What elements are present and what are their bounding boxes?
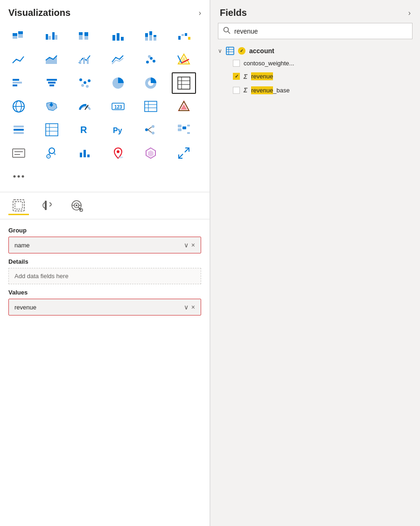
svg-rect-86: [187, 132, 190, 134]
svg-rect-51: [178, 77, 190, 89]
viz-icon-bar-chart-2[interactable]: [73, 142, 97, 164]
svg-point-43: [79, 78, 82, 81]
svg-rect-6: [52, 32, 55, 40]
values-field-chevron[interactable]: ∨: [184, 303, 189, 311]
svg-rect-84: [182, 126, 186, 129]
tab-fields[interactable]: [8, 199, 29, 219]
viz-icon-ellipsis[interactable]: [7, 166, 31, 187]
group-field-zone[interactable]: name ∨ ×: [8, 237, 201, 253]
svg-point-45: [88, 79, 91, 82]
details-placeholder: Add data fields here: [14, 273, 69, 280]
viz-icon-stacked-bar-100[interactable]: [73, 26, 97, 47]
svg-rect-37: [13, 79, 19, 81]
viz-icon-column-chart[interactable]: [106, 26, 130, 47]
svg-rect-40: [47, 79, 57, 81]
details-label: Details: [8, 258, 201, 265]
svg-point-104: [14, 175, 16, 178]
svg-rect-13: [117, 33, 119, 41]
viz-icon-kpi[interactable]: [172, 96, 196, 117]
revenue-base-name: revenue_base: [251, 86, 289, 94]
revenue-base-checkbox[interactable]: [233, 87, 240, 94]
viz-icon-pie[interactable]: [106, 72, 130, 94]
revenue-sigma: Σ: [244, 73, 247, 80]
viz-icon-colored[interactable]: [172, 49, 196, 70]
viz-icon-donut[interactable]: [139, 72, 163, 94]
viz-icon-funnel[interactable]: [40, 72, 64, 94]
viz-icon-line[interactable]: [7, 49, 31, 70]
search-input[interactable]: [234, 28, 407, 35]
viz-icon-ribbon[interactable]: [106, 49, 130, 70]
revenue-base-suffix: _base: [273, 87, 289, 94]
viz-panel-header: Visualizations ›: [0, 0, 210, 22]
viz-icon-decomp-tree[interactable]: [139, 119, 163, 140]
viz-icon-expand[interactable]: [172, 142, 196, 164]
contoso-checkbox[interactable]: [233, 60, 240, 67]
viz-icon-stacked-column[interactable]: [139, 26, 163, 47]
search-box: [218, 23, 413, 39]
viz-icon-stacked-bar[interactable]: [7, 26, 31, 47]
viz-icon-r[interactable]: R: [73, 119, 97, 140]
tab-analytics[interactable]: [66, 199, 87, 219]
svg-rect-9: [79, 35, 83, 40]
svg-text:R: R: [80, 125, 87, 135]
viz-icon-gauge[interactable]: [73, 96, 97, 117]
svg-point-46: [81, 84, 84, 87]
svg-point-99: [118, 156, 123, 158]
viz-icon-card[interactable]: 123: [106, 96, 130, 117]
viz-icon-map-pin[interactable]: [106, 142, 130, 164]
viz-panel-chevron[interactable]: ›: [199, 9, 201, 17]
values-field-close[interactable]: ×: [191, 303, 195, 311]
viz-icon-textbox[interactable]: [7, 142, 31, 164]
field-sections: Group name ∨ × Details Add data fields h…: [0, 219, 210, 526]
svg-rect-20: [154, 37, 156, 41]
svg-rect-82: [178, 125, 182, 127]
group-field-close[interactable]: ×: [191, 241, 195, 249]
viz-icon-scatter[interactable]: [139, 49, 163, 70]
viz-icon-line-clustered[interactable]: [73, 49, 97, 70]
revenue-name[interactable]: revenue: [251, 72, 273, 80]
viz-tabs: [0, 192, 210, 219]
tab-format[interactable]: [37, 199, 58, 219]
viz-icon-matrix[interactable]: [172, 72, 196, 94]
values-field-value: revenue: [14, 304, 36, 311]
sub-field-revenue-base: Σ revenue_base: [233, 83, 413, 97]
viz-icon-slicer[interactable]: [7, 119, 31, 140]
svg-text:Py: Py: [113, 126, 122, 134]
svg-rect-26: [79, 60, 81, 64]
svg-rect-39: [13, 84, 17, 86]
fields-panel-chevron[interactable]: ›: [408, 9, 411, 17]
svg-line-102: [179, 154, 183, 158]
expand-icon[interactable]: ∨: [218, 48, 222, 54]
values-field-zone[interactable]: revenue ∨ ×: [8, 299, 201, 316]
details-field-zone[interactable]: Add data fields here: [8, 268, 201, 284]
viz-icon-python[interactable]: Py: [106, 119, 130, 140]
svg-rect-19: [154, 35, 156, 37]
group-field-chevron[interactable]: ∨: [184, 241, 189, 249]
account-name[interactable]: account: [249, 47, 274, 55]
svg-rect-119: [226, 47, 234, 55]
viz-icon-choropleth[interactable]: [40, 96, 64, 117]
viz-icon-globe[interactable]: [7, 96, 31, 117]
group-field-value: name: [14, 242, 30, 249]
viz-icon-table[interactable]: [139, 96, 163, 117]
viz-icon-smart-narrative[interactable]: [40, 142, 64, 164]
svg-rect-83: [178, 128, 182, 131]
group-label: Group: [8, 227, 201, 234]
viz-icon-waterfall[interactable]: [172, 26, 196, 47]
svg-rect-3: [18, 34, 23, 38]
viz-icon-clustered-bar[interactable]: [40, 26, 64, 47]
viz-icon-custom-visual[interactable]: [139, 142, 163, 164]
svg-rect-42: [49, 84, 54, 86]
svg-rect-97: [87, 154, 90, 157]
svg-point-29: [146, 61, 149, 63]
viz-icon-area[interactable]: [40, 49, 64, 70]
viz-icon-bar-grouped[interactable]: [7, 72, 31, 94]
group-field-controls: ∨ ×: [184, 241, 195, 249]
contoso-name[interactable]: contoso_weighte...: [244, 60, 294, 67]
viz-icon-matrix-2[interactable]: [40, 119, 64, 140]
account-sub-fields: contoso_weighte... Σ revenue Σ revenue_b…: [218, 57, 413, 97]
revenue-checkbox[interactable]: [233, 73, 240, 80]
viz-icon-dotplot[interactable]: [73, 72, 97, 94]
svg-rect-41: [48, 82, 56, 84]
viz-icon-hierarchy[interactable]: [172, 119, 196, 140]
